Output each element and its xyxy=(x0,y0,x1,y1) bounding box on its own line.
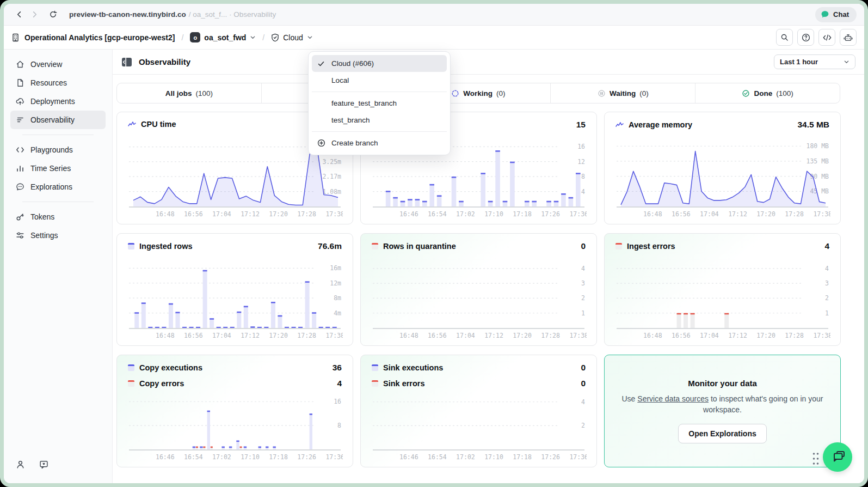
svg-text:16:46: 16:46 xyxy=(399,210,418,218)
svg-text:17:26: 17:26 xyxy=(541,453,560,461)
svg-text:4: 4 xyxy=(581,398,585,406)
svg-text:17:20: 17:20 xyxy=(269,332,288,339)
svg-text:16:54: 16:54 xyxy=(428,453,447,461)
tab-waiting[interactable]: Waiting (0) xyxy=(550,83,695,103)
monitor-card-title: Monitor your data xyxy=(688,379,757,388)
svg-text:17:12: 17:12 xyxy=(484,332,503,339)
svg-text:17:26: 17:26 xyxy=(541,210,560,218)
chevron-left-icon xyxy=(15,10,23,19)
menu-item-test-branch[interactable]: test_branch xyxy=(312,112,447,129)
sidebar-item-time-series[interactable]: Time Series xyxy=(10,159,106,178)
svg-text:17:18: 17:18 xyxy=(513,210,532,218)
ingest-errors-chart: 123416:4816:5617:0417:1217:2017:2817:38 xyxy=(615,258,829,341)
browser-refresh-button[interactable] xyxy=(45,7,60,22)
collapse-sidebar-button[interactable] xyxy=(121,57,132,67)
svg-text:17:02: 17:02 xyxy=(212,453,231,461)
sidebar-footer xyxy=(4,460,112,483)
chat-button[interactable]: Chat xyxy=(815,7,857,22)
service-data-sources-link[interactable]: Service data sources xyxy=(637,394,709,403)
url-text[interactable]: preview-tb-canon-new.tinybird.co / oa_so… xyxy=(69,10,276,19)
svg-text:1: 1 xyxy=(825,309,829,317)
workspace-building-icon xyxy=(11,33,20,42)
sidebar-item-deployments[interactable]: Deployments xyxy=(10,92,106,111)
svg-text:16:56: 16:56 xyxy=(672,210,691,218)
svg-text:17:36: 17:36 xyxy=(569,453,587,461)
metric-title: Ingested rows xyxy=(139,242,193,251)
menu-divider xyxy=(312,92,447,92)
breadcrumb-separator: / xyxy=(181,33,183,42)
browser-forward-button[interactable] xyxy=(27,7,42,22)
chevron-down-icon xyxy=(250,34,256,40)
line-chart-icon xyxy=(615,121,624,128)
menu-item-cloud[interactable]: Cloud (#606) xyxy=(312,55,447,72)
plus-circle-icon xyxy=(317,139,325,147)
screen-frame: preview-tb-canon-new.tinybird.co / oa_so… xyxy=(0,0,868,487)
header-actions xyxy=(776,29,857,46)
card-sink: Sink executions 0 Sink errors 0 2416:461… xyxy=(360,355,597,467)
sidebar-item-settings[interactable]: Settings xyxy=(10,226,106,245)
help-button[interactable] xyxy=(797,29,814,46)
open-explorations-button[interactable]: Open Explorations xyxy=(678,424,766,443)
sidebar-item-label: Playgrounds xyxy=(30,145,73,154)
code-brackets-icon xyxy=(16,145,24,154)
bar-legend-icon xyxy=(372,364,378,371)
svg-text:17:12: 17:12 xyxy=(728,210,747,218)
sidebar-item-label: Overview xyxy=(30,60,62,69)
menu-item-local[interactable]: Local xyxy=(312,72,447,89)
average-memory-chart: 45 MB90 MB135 MB180 MB16:4816:5617:0417:… xyxy=(615,137,829,220)
svg-text:17:28: 17:28 xyxy=(297,332,316,339)
metric-title: Ingest errors xyxy=(627,242,675,251)
time-range-select[interactable]: Last 1 hour xyxy=(774,54,855,69)
menu-item-create-branch[interactable]: Create branch xyxy=(312,135,447,151)
svg-text:4: 4 xyxy=(825,265,829,272)
bar-legend-icon xyxy=(128,364,134,371)
browser-back-button[interactable] xyxy=(11,7,27,22)
sidebar-item-playgrounds[interactable]: Playgrounds xyxy=(10,141,106,159)
robot-icon xyxy=(844,33,853,42)
card-average-memory: Average memory 34.5 MB 45 MB90 MB135 MB1… xyxy=(604,112,841,224)
user-button[interactable] xyxy=(16,460,25,469)
jobs-tabbar: All jobs (100) Working (0) Waiting xyxy=(116,83,840,104)
bar-legend-icon xyxy=(372,380,378,387)
metric-title: Copy executions xyxy=(139,363,202,372)
svg-text:17:20: 17:20 xyxy=(269,210,288,218)
sidebar-item-overview[interactable]: Overview xyxy=(10,55,106,74)
svg-text:17:36: 17:36 xyxy=(569,210,587,218)
svg-text:4: 4 xyxy=(581,188,585,196)
sidebar-item-tokens[interactable]: Tokens xyxy=(10,208,106,226)
tab-label: Done xyxy=(754,89,772,98)
tab-all-jobs[interactable]: All jobs (100) xyxy=(117,83,261,103)
card-ingested-rows: Ingested rows 76.6m 4m8m12m16m16:4816:56… xyxy=(116,233,353,346)
sidebar-item-resources[interactable]: Resources xyxy=(10,74,106,92)
svg-text:3.25m: 3.25m xyxy=(322,158,341,166)
search-button[interactable] xyxy=(776,29,793,46)
menu-item-label: Create branch xyxy=(331,139,378,147)
svg-text:12m: 12m xyxy=(330,279,341,287)
tab-done[interactable]: Done (100) xyxy=(695,83,840,103)
code-button[interactable] xyxy=(818,29,835,46)
bot-button[interactable] xyxy=(840,29,857,46)
svg-text:4m: 4m xyxy=(334,309,341,317)
message-dots-icon xyxy=(16,182,24,191)
menu-item-label: feature_test_branch xyxy=(331,99,397,107)
drag-handle-icon[interactable] xyxy=(812,452,820,465)
svg-text:1: 1 xyxy=(581,309,585,317)
breadcrumb: Operational Analytics [gcp-europe-west2]… xyxy=(11,32,313,42)
code-icon xyxy=(823,34,832,41)
svg-text:17:38: 17:38 xyxy=(325,210,343,218)
workspace-crumb[interactable]: Operational Analytics [gcp-europe-west2] xyxy=(11,33,175,42)
metric-value: 0 xyxy=(581,241,586,251)
menu-item-feature-test-branch[interactable]: feature_test_branch xyxy=(312,95,447,112)
rows-in-quarantine-chart: 123416:4816:5617:0417:1217:2017:2817:38 xyxy=(372,258,586,341)
svg-text:17:04: 17:04 xyxy=(700,332,719,339)
sidebar-item-observability[interactable]: Observability xyxy=(10,111,106,129)
svg-text:16m: 16m xyxy=(330,264,341,272)
project-selector[interactable]: o oa_sot_fwd xyxy=(190,32,256,42)
ingested-rows-chart: 4m8m12m16m16:4816:5617:0417:1217:2017:28… xyxy=(128,258,342,341)
chat-widget-button[interactable] xyxy=(823,442,852,472)
cloud-upload-icon xyxy=(16,97,24,106)
environment-selector[interactable]: Cloud xyxy=(271,33,313,42)
bar-legend-icon xyxy=(372,243,378,249)
sidebar-item-explorations[interactable]: Explorations xyxy=(10,178,106,196)
feedback-button[interactable] xyxy=(39,460,48,469)
